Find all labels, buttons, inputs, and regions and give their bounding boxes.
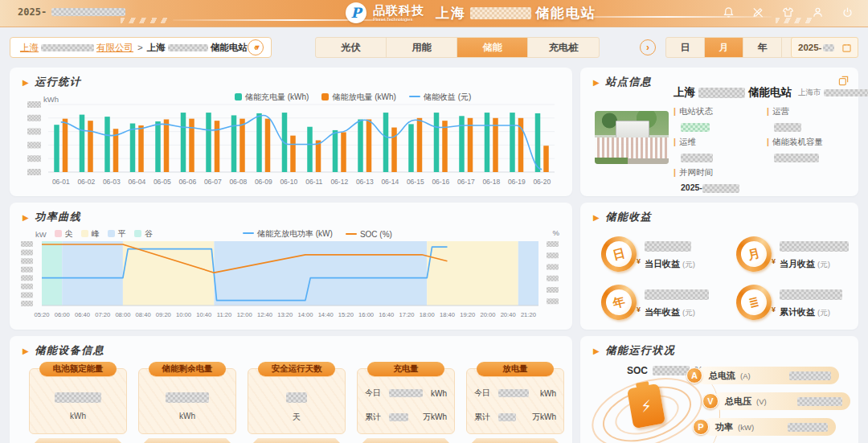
field-operator: |运营 [767,106,801,132]
tab-charging-pile[interactable]: 充电桩 [528,38,599,57]
svg-text:06-08: 06-08 [229,178,247,186]
svg-text:06:00: 06:00 [55,311,70,318]
svg-text:06-16: 06-16 [432,178,449,186]
svg-text:09:20: 09:20 [156,311,171,318]
svg-text:19:20: 19:20 [460,311,475,318]
field-station-status: |电站状态 [674,106,713,132]
section-arrow-icon: ▶ [593,213,600,222]
coin-month-icon: 月¥ [732,232,775,275]
breadcrumb-station: 上海储能电站 [147,42,248,54]
theme-icon[interactable] [782,6,794,18]
svg-text:06-06: 06-06 [178,178,196,186]
svg-text:06-15: 06-15 [407,178,424,186]
company-logo-text: 品联科技 Pinnet Technologies [373,4,424,23]
breadcrumb-company-link[interactable]: 上海有限公司 [20,42,133,54]
dashboard: 2025- P 品联科技 Pinnet Technologies 上海 储能电站 [0,0,868,443]
svg-text:17:20: 17:20 [399,311,415,318]
svg-text:14:40: 14:40 [318,311,334,318]
panel-power-curve-title: ▶ 功率曲线 [23,210,81,224]
section-arrow-icon: ▶ [593,78,600,87]
svg-text:06-13: 06-13 [356,178,374,186]
device-cards: 电池额定能量 kWh 储能剩余电量 kWh 安全运行天数 [29,368,564,443]
tab-storage[interactable]: 储能 [457,38,528,57]
company-logo-icon: P [346,2,366,23]
field-grid-time: |并网时间 2025- [674,167,739,193]
tab-year[interactable]: 年 [743,38,782,57]
svg-text:06-04: 06-04 [128,178,145,186]
svg-text:10:00: 10:00 [176,311,191,318]
station-photo [595,111,669,164]
svg-text:08:00: 08:00 [115,311,130,318]
svg-text:06-10: 06-10 [280,178,297,186]
panel-site-info: ▶ 站点信息 上海储能电站 上海市 |电站状态 |运营 |运维 |储能装机容量 [580,68,858,196]
status-row-voltage: V 总电压(V) [702,392,850,410]
revenue-total: ≣¥ 累计收益 (元) [736,285,842,320]
svg-text:08:40: 08:40 [136,311,151,318]
tab-month[interactable]: 月 [705,38,743,57]
status-row-current: A 总电流(A) [686,367,839,384]
svg-text:14:00: 14:00 [297,311,313,318]
section-arrow-icon: ▶ [23,213,30,222]
coin-year-icon: 年¥ [597,281,640,323]
svg-text:13:20: 13:20 [277,311,293,318]
tab-pv[interactable]: 光伏 [316,38,387,57]
svg-text:06:40: 06:40 [75,311,90,318]
svg-text:05:20: 05:20 [34,311,49,318]
tab-energy-use[interactable]: 用能 [387,38,457,57]
panel-run-stats-title: ▶ 运行统计 [23,75,81,89]
prev-station-button[interactable]: ‹ [248,39,264,55]
battery-icon: ⚡ [627,384,665,429]
svg-text:16:00: 16:00 [358,311,374,318]
run-stats-chart: 06-0106-0206-0306-0406-0506-0606-0706-08… [18,100,561,195]
page-title: 上海 储能电站 [436,4,596,23]
field-maintenance: |运维 [674,137,713,162]
device-card-rated-energy: 电池额定能量 kWh [29,368,127,443]
svg-text:12:40: 12:40 [257,311,272,318]
svg-text:06-07: 06-07 [204,178,222,186]
power-icon[interactable] [841,6,854,18]
panel-run-stats: ▶ 运行统计 储能充电量 (kWh) 储能放电量 (kWh) 储能收益 (元) … [10,68,572,196]
power-curve-chart: 05:2006:0006:4007:2008:0008:4009:2010:00… [14,238,564,328]
header-actions [723,6,854,18]
status-row-power: P 功率(kW) [693,418,836,436]
device-card-discharge: 放电量 今日kWh 累计万kWh [466,368,564,443]
svg-text:06-20: 06-20 [533,178,551,186]
panel-run-status: ▶ 储能运行状况 SOC % ⚡ A 总电流(A) V 总电压(V) [580,336,858,443]
revenue-daily: 日¥ 当日收益 (元) [601,236,695,272]
svg-text:06-01: 06-01 [52,178,70,186]
bell-icon[interactable] [723,6,735,18]
header-decoration [121,18,169,23]
svg-text:20:00: 20:00 [480,311,495,318]
svg-text:06-11: 06-11 [305,178,322,186]
section-arrow-icon: ▶ [23,347,30,355]
svg-text:06-19: 06-19 [508,178,526,186]
coin-total-icon: ≣¥ [732,281,775,323]
panel-revenue-title: ▶ 储能收益 [593,210,652,224]
svg-text:15:20: 15:20 [338,311,354,318]
svg-text:21:20: 21:20 [521,311,536,318]
device-card-charge: 充电量 今日kWh 累计万kWh [357,368,455,443]
svg-text:06-17: 06-17 [457,178,475,186]
svg-text:18:40: 18:40 [440,311,455,318]
svg-text:06-05: 06-05 [154,178,171,186]
svg-text:06-02: 06-02 [77,178,95,186]
date-picker[interactable]: 2025- [791,37,858,58]
y-axis-right-unit: % [553,228,559,237]
panel-device-info: ▶ 储能设备信息 电池额定能量 kWh 储能剩余电量 kWh [10,336,572,443]
toolbar: 上海有限公司 > 上海储能电站 ▼ ‹ 光伏 用能 储能 充电桩 › 日 月 年… [0,35,868,63]
svg-text:06-09: 06-09 [255,178,272,186]
header-decoration [776,18,816,23]
calendar-icon [842,43,851,52]
svg-text:07:20: 07:20 [95,311,110,318]
field-capacity: |储能装机容量 [767,137,823,162]
breadcrumb[interactable]: 上海有限公司 > 上海储能电站 ▼ [10,37,272,58]
station-address: 上海市 [798,88,868,98]
svg-text:12:00: 12:00 [237,311,252,318]
tab-day[interactable]: 日 [666,38,705,57]
next-period-button[interactable]: › [640,39,656,55]
svg-text:06-12: 06-12 [330,178,348,186]
user-icon[interactable] [812,6,824,18]
header-brand: P 品联科技 Pinnet Technologies 上海 储能电站 [346,2,596,23]
mute-icon[interactable] [752,6,764,18]
device-card-safe-days: 安全运行天数 天 [248,368,346,443]
